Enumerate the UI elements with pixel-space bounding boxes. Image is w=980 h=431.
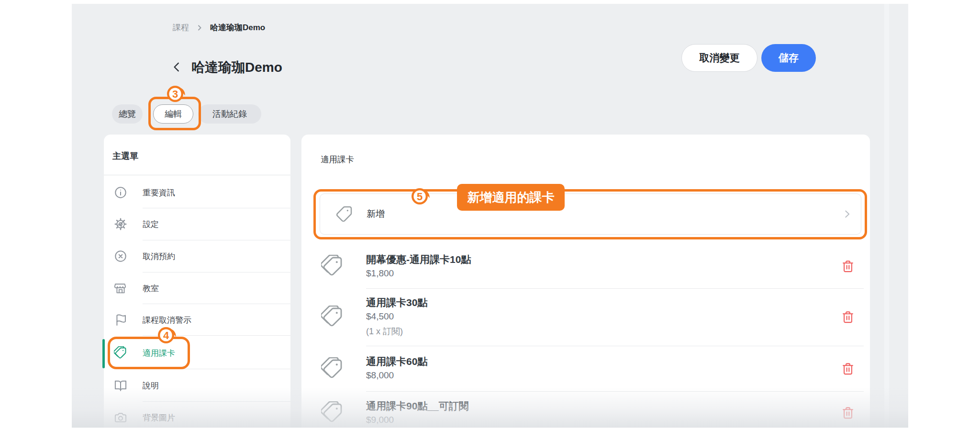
page-background: 課程 哈達瑜珈Demo 哈達瑜珈Demo 取消變更 儲存 總覽 編輯 活動紀錄 … bbox=[72, 4, 908, 428]
active-item-indicator bbox=[102, 339, 105, 368]
pass-title: 通用課卡30點 bbox=[366, 296, 427, 309]
sidebar-item-label: 教室 bbox=[143, 283, 159, 294]
sidebar-item-cancel-booking[interactable]: 取消預約 bbox=[104, 240, 290, 272]
svg-text:3: 3 bbox=[172, 88, 178, 100]
pass-price: $9,000 bbox=[366, 414, 469, 426]
chevron-right-icon bbox=[842, 209, 852, 219]
sidebar-item-classroom[interactable]: 教室 bbox=[104, 272, 290, 304]
annotation-label: 新增適用的課卡 bbox=[457, 184, 565, 211]
breadcrumb-parent-link[interactable]: 課程 bbox=[173, 22, 189, 33]
sidebar-item-class-cancel-alert[interactable]: 課程取消警示 bbox=[104, 304, 290, 336]
trash-icon[interactable] bbox=[841, 310, 855, 324]
pass-title: 開幕優惠-通用課卡10點 bbox=[366, 253, 471, 266]
sidebar-item-settings[interactable]: 設定 bbox=[104, 208, 290, 240]
pass-list-item: 開幕優惠-通用課卡10點 $1,800 bbox=[301, 244, 870, 288]
flag-icon bbox=[114, 313, 127, 327]
breadcrumb-current: 哈達瑜珈Demo bbox=[210, 22, 265, 33]
camera-icon bbox=[114, 411, 127, 424]
sidebar-menu-card: 主選單 重要資訊 設定 取消預約 教室 bbox=[104, 135, 290, 428]
pass-list-item: 通用課卡60點 $8,000 bbox=[301, 346, 870, 391]
divider bbox=[104, 175, 290, 175]
breadcrumb: 課程 哈達瑜珈Demo bbox=[173, 22, 265, 33]
breadcrumb-chevron-icon bbox=[196, 24, 203, 32]
sidebar-item-description[interactable]: 說明 bbox=[104, 370, 290, 401]
pass-price: $8,000 bbox=[366, 369, 427, 382]
trash-icon[interactable] bbox=[841, 362, 855, 375]
tab-edit[interactable]: 編輯 bbox=[153, 104, 193, 124]
sidebar-item-label: 適用課卡 bbox=[143, 348, 175, 359]
tab-overview[interactable]: 總覽 bbox=[112, 104, 143, 124]
section-title: 適用課卡 bbox=[321, 154, 354, 165]
sidebar-item-label: 重要資訊 bbox=[143, 187, 175, 198]
sidebar-item-applicable-passes[interactable]: 適用課卡 bbox=[104, 337, 290, 369]
page-title: 哈達瑜珈Demo bbox=[191, 58, 282, 77]
scrollbar-track[interactable] bbox=[884, 4, 889, 428]
info-circle-icon bbox=[114, 186, 127, 199]
save-button[interactable]: 儲存 bbox=[761, 44, 816, 72]
cancel-changes-button[interactable]: 取消變更 bbox=[681, 44, 757, 72]
divider bbox=[143, 335, 290, 336]
add-pass-row[interactable]: 新增 bbox=[320, 193, 861, 235]
trash-icon[interactable] bbox=[841, 406, 855, 420]
back-button[interactable] bbox=[170, 60, 184, 74]
gear-icon bbox=[114, 217, 127, 231]
sidebar-title: 主選單 bbox=[112, 150, 138, 162]
pass-list-item: 通用課卡30點 $4,500 (1 x 訂閱) bbox=[301, 288, 870, 346]
pass-title: 通用課卡60點 bbox=[366, 355, 427, 368]
pass-price: $4,500 bbox=[366, 310, 427, 323]
sidebar-item-label: 背景圖片 bbox=[143, 412, 175, 423]
applicable-passes-panel: 適用課卡 新增 開幕優惠-通用課卡10點 $1,800 通用課卡30 bbox=[301, 135, 870, 428]
tags-icon bbox=[114, 346, 127, 360]
pass-title: 通用課卡90點__可訂閱 bbox=[366, 400, 469, 412]
sidebar-item-label: 課程取消警示 bbox=[143, 315, 191, 326]
tag-icon bbox=[334, 204, 354, 224]
tags-icon bbox=[321, 255, 344, 278]
add-pass-label: 新增 bbox=[367, 208, 385, 220]
pass-list-item: 通用課卡90點__可訂閱 $9,000 bbox=[301, 391, 870, 428]
divider bbox=[143, 369, 290, 369]
tab-activity-log[interactable]: 活動紀錄 bbox=[198, 104, 261, 124]
annotation-badge-3: 3 bbox=[165, 83, 186, 104]
open-book-icon bbox=[114, 379, 127, 392]
x-circle-icon bbox=[114, 250, 127, 263]
sidebar-item-label: 說明 bbox=[143, 380, 159, 391]
app-window: 課程 哈達瑜珈Demo 哈達瑜珈Demo 取消變更 儲存 總覽 編輯 活動紀錄 … bbox=[0, 0, 980, 431]
storefront-icon bbox=[114, 282, 127, 295]
tags-icon bbox=[321, 357, 344, 380]
tags-icon bbox=[321, 306, 344, 329]
sidebar-item-label: 設定 bbox=[143, 219, 159, 230]
chevron-left-icon bbox=[171, 61, 183, 73]
pass-price: $1,800 bbox=[366, 267, 471, 280]
trash-icon[interactable] bbox=[841, 260, 855, 273]
sidebar-item-label: 取消預約 bbox=[143, 251, 175, 262]
tags-icon bbox=[321, 401, 344, 424]
pass-subscription: (1 x 訂閱) bbox=[366, 325, 427, 338]
sidebar-item-important-info[interactable]: 重要資訊 bbox=[104, 177, 290, 208]
sidebar-item-background-image[interactable]: 背景圖片 bbox=[104, 402, 290, 428]
